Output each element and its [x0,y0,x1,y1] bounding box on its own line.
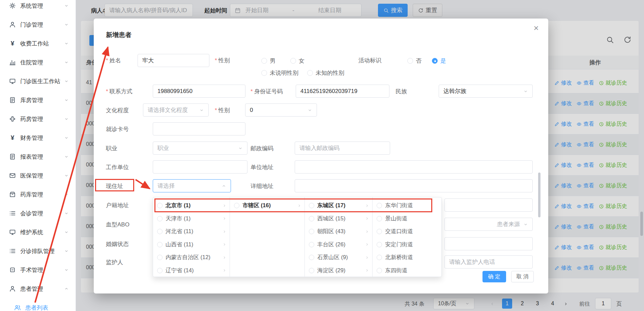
radio-icon [157,203,163,208]
sidebar: 系统管理 门诊管理 ¥收费工作站 住院管理 门诊医生工作站 库房管理 药房管理 … [0,0,76,311]
sidebar-item-label: 收费工作站 [20,40,64,48]
sidebar-item-label: 医保管理 [20,172,64,180]
cascader-option-fengtai[interactable]: 丰台区 (26) [305,238,373,251]
detail-address-input[interactable] [295,179,533,192]
sidebar-item-finance[interactable]: ¥财务管理 [0,128,76,147]
education-select[interactable]: 请选择文化程度 [143,103,209,117]
radio-icon [432,58,438,64]
name-input[interactable]: 牢大 [138,54,209,67]
current-address-label: 现住址 [106,182,123,190]
chevron-right-icon [365,268,369,273]
radio-icon [309,255,314,260]
current-address-select[interactable]: 请选择 [153,179,231,192]
sidebar-item-warehouse[interactable]: 库房管理 [0,91,76,110]
sidebar-item-consultation[interactable]: 会诊管理 [0,204,76,223]
card-number-input[interactable] [153,122,245,135]
sidebar-item-drugstore[interactable]: 药库管理 [0,185,76,204]
cascader-option-hebei[interactable]: 河北省 (11) [153,225,230,238]
sidebar-item-doctor-station[interactable]: 门诊医生工作站 [0,72,76,91]
cascader-option-haidian[interactable]: 海淀区 (29) [305,264,373,277]
sidebar-item-report[interactable]: 报表管理 [0,147,76,166]
radio-gender-unspecified[interactable]: 未说明性别 [261,69,298,77]
sidebar-item-system[interactable]: 系统管理 [0,0,76,15]
yen-icon: ¥ [9,134,16,141]
household-address-input[interactable] [444,198,533,212]
sidebar-item-inpatient[interactable]: 住院管理 [0,53,76,72]
unit-address-input[interactable] [295,160,533,174]
required-star: * [215,57,217,64]
cascader-option-shijingshan[interactable]: 石景山区 (9) [305,251,373,264]
confirm-button[interactable]: 确 定 [482,271,506,282]
sidebar-item-outpatient[interactable]: 门诊管理 [0,15,76,34]
radio-female[interactable]: 女 [290,57,304,65]
sidebar-item-triage[interactable]: 分诊排队管理 [0,242,76,260]
sidebar-item-label: 系统管理 [20,2,64,10]
detail-address-label: 详细地址 [251,182,273,190]
cascader-option-beijing[interactable]: 北京市 (1) [153,199,230,212]
sidebar-item-label: 患者列表 [25,304,76,311]
radio-male[interactable]: 男 [261,57,275,65]
cascader-option-tianjin[interactable]: 天津市 (1) [153,212,230,225]
radio-active-no[interactable]: 否 [407,57,421,65]
user-icon [9,21,16,28]
chevron-down-icon [64,154,69,159]
cascader-option-jiaodaokou[interactable]: 交道口街道 [373,225,441,238]
modal-scrollbar[interactable] [538,173,540,217]
cancel-button[interactable]: 取 消 [511,271,534,282]
work-unit-input[interactable] [153,160,247,174]
sidebar-item-label: 门诊管理 [20,21,64,29]
marital-right-input[interactable] [444,237,533,250]
user-icon [9,285,16,292]
sidebar-item-insurance[interactable]: 医保管理 [0,166,76,185]
radio-icon [377,229,382,234]
radio-icon [377,255,382,260]
close-icon[interactable]: × [531,23,541,33]
id-number-input[interactable]: 411625192602039719 [296,85,389,98]
cascader-option-donghuamen[interactable]: 东华门街道 [373,199,441,212]
sidebar-item-maintenance[interactable]: 维护系统 [0,223,76,242]
cascader-option-dongsi[interactable]: 东四街道 [373,264,441,277]
cascader-option-andingmen[interactable]: 安定门街道 [373,238,441,251]
report-icon [9,153,16,160]
patient-source-select[interactable]: 患者来源 [444,218,533,231]
medical-cross-icon [9,116,16,122]
sidebar-item-pharmacy[interactable]: 药房管理 [0,110,76,128]
cascader-option-xicheng[interactable]: 西城区 (15) [305,212,373,225]
occupation-select[interactable]: 职业 [153,142,247,155]
sidebar-item-label: 财务管理 [20,134,64,142]
sidebar-item-charging[interactable]: ¥收费工作站 [0,34,76,53]
cascader-option-shanxi[interactable]: 山西省 (11) [153,238,230,251]
cascader-option-liaoning[interactable]: 辽宁省 (14) [153,264,230,277]
sidebar-item-patient[interactable]: 患者管理 [0,279,76,298]
sidebar-item-surgery[interactable]: 手术管理 [0,260,76,279]
gender2-label: *性别 [215,106,230,114]
occupation-label: 职业 [106,145,117,152]
sidebar-item-label: 分诊排队管理 [20,247,64,255]
cascader-option-chaoyang[interactable]: 朝阳区 (43) [305,225,373,238]
cascader-option-neimenggu[interactable]: 内蒙古自治区 (12) [153,251,230,264]
cascader-option-dongcheng[interactable]: 东城区 (17) [305,199,373,212]
radio-icon [377,268,382,273]
ethnicity-select[interactable]: 达斡尔族 [439,85,533,98]
chevron-right-icon [222,216,227,221]
card-number-label: 就诊卡号 [106,125,129,133]
users-icon [14,304,21,311]
active-flag-label: 活动标识 [358,57,381,64]
chevron-right-icon [222,268,227,273]
contact-input[interactable]: 19880991650 [153,85,245,98]
sidebar-item-patient-list[interactable]: 患者列表 [0,298,76,311]
radio-active-yes[interactable]: 是 [432,57,446,65]
chevron-down-icon [64,249,69,253]
sidebar-item-label: 药房管理 [20,115,64,123]
cascader-option-shixiaqu[interactable]: 市辖区 (16) [230,199,304,212]
guardian-phone-input[interactable]: 请输入监护人电话 [444,255,533,269]
radio-gender-unknown[interactable]: 未知的性别 [307,69,344,77]
document-icon [9,97,16,103]
cascader-option-jingshan[interactable]: 景山街道 [373,212,441,225]
radio-icon [234,203,239,208]
chevron-right-icon [222,229,227,234]
cascader-option-beixinqiao[interactable]: 北新桥街道 [373,251,441,264]
postal-input[interactable]: 请输入邮政编码 [295,142,390,155]
radio-icon [309,216,314,221]
gender2-select[interactable]: 0 [245,103,317,117]
